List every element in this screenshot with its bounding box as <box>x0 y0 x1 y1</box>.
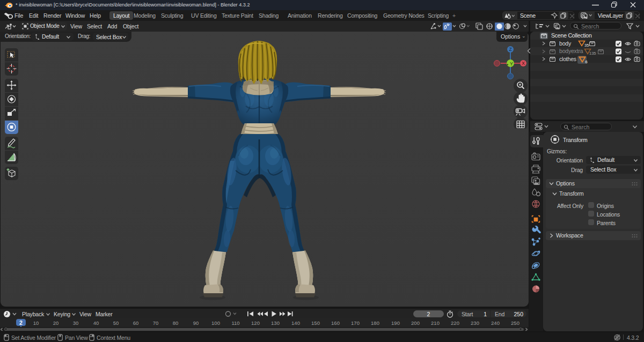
svg-text:Y: Y <box>510 61 513 66</box>
svg-text:6: 6 <box>586 60 588 64</box>
svg-text:135: 135 <box>589 51 596 55</box>
svg-text:35: 35 <box>584 43 589 47</box>
svg-text:Z: Z <box>509 47 511 52</box>
svg-text:X: X <box>522 61 525 66</box>
